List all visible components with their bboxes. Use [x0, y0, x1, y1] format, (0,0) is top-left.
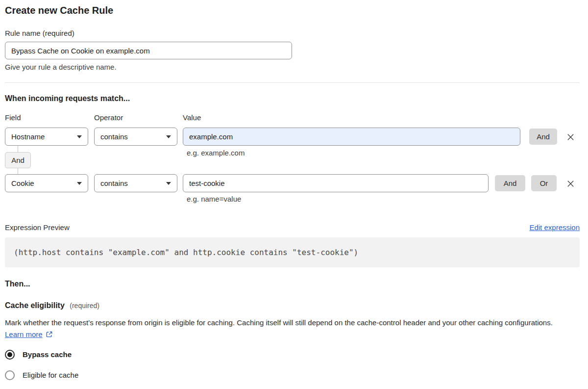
column-label-operator: Operator [94, 113, 123, 122]
operator-select-row2[interactable]: contains [94, 174, 177, 192]
field-select-row1-value: Hostname [11, 132, 45, 141]
radio-eligible-for-cache[interactable] [5, 370, 15, 380]
edit-expression-link[interactable]: Edit expression [529, 223, 580, 232]
close-icon [566, 133, 575, 141]
chevron-down-icon [166, 135, 171, 138]
rule-name-input[interactable] [5, 42, 292, 59]
column-label-field: Field [5, 113, 21, 122]
connector-line-top [18, 146, 18, 152]
connector-and-chip: And [5, 152, 31, 168]
expression-code-block: (http.host contains "example.com" and ht… [5, 237, 580, 267]
field-select-row2[interactable]: Cookie [5, 174, 88, 192]
rule-name-helper: Give your rule a descriptive name. [5, 63, 117, 71]
radio-eligible-for-cache-label[interactable]: Eligible for cache [23, 371, 78, 379]
field-select-row1[interactable]: Hostname [5, 128, 88, 146]
description-text: Mark whether the request’s response from… [5, 318, 553, 327]
cache-eligibility-description: Mark whether the request’s response from… [5, 317, 568, 340]
expression-preview-label: Expression Preview [5, 223, 70, 232]
remove-condition-button-row2[interactable] [564, 177, 577, 190]
match-heading: When incoming requests match... [5, 94, 130, 103]
chevron-down-icon [77, 182, 82, 185]
required-note: (required) [70, 302, 99, 310]
rule-name-label: Rule name (required) [5, 29, 74, 37]
chevron-down-icon [166, 182, 171, 185]
page-title: Create new Cache Rule [5, 5, 113, 16]
radio-bypass-cache[interactable] [5, 350, 15, 360]
operator-select-row1-value: contains [100, 132, 128, 141]
radio-selected-dot [7, 352, 12, 357]
learn-more-link[interactable]: Learn more [5, 330, 43, 338]
value-input-row1[interactable] [183, 128, 520, 146]
remove-condition-button-row1[interactable] [564, 130, 577, 144]
operator-select-row1[interactable]: contains [94, 128, 177, 146]
and-button-row2[interactable]: And [495, 175, 525, 191]
create-cache-rule-page: Create new Cache Rule Rule name (require… [0, 0, 588, 389]
then-heading: Then... [5, 280, 30, 288]
and-button-row1[interactable]: And [529, 129, 557, 145]
chevron-down-icon [77, 135, 82, 138]
cache-eligibility-heading: Cache eligibility [5, 301, 65, 310]
field-select-row2-value: Cookie [11, 179, 34, 187]
close-icon [566, 180, 575, 188]
or-button-row2[interactable]: Or [531, 175, 557, 191]
column-label-value: Value [183, 113, 201, 122]
section-divider [5, 82, 580, 83]
connector-line-bottom [18, 168, 18, 174]
value-hint-row1: e.g. example.com [187, 149, 245, 157]
external-link-icon [46, 331, 53, 338]
value-hint-row2: e.g. name=value [187, 195, 241, 203]
radio-bypass-cache-label[interactable]: Bypass cache [23, 350, 72, 359]
operator-select-row2-value: contains [100, 179, 128, 187]
value-input-row2[interactable] [183, 174, 489, 192]
expression-code: (http.host contains "example.com" and ht… [14, 248, 358, 257]
